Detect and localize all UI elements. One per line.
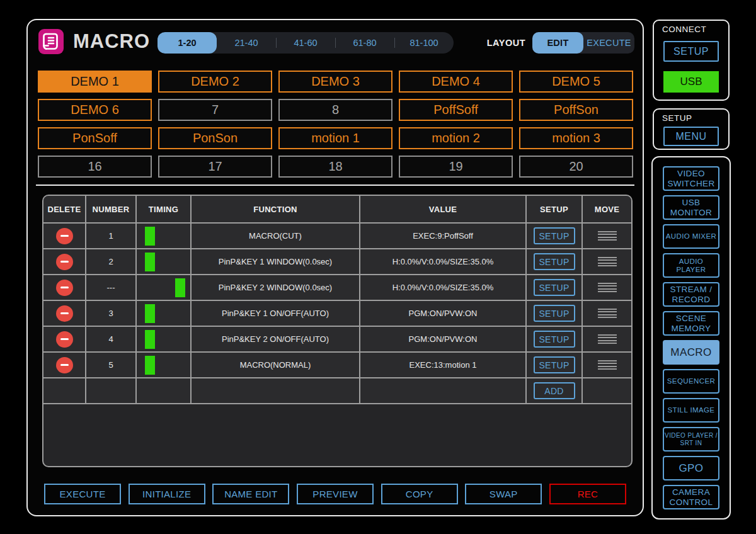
macro-button-motion-2[interactable]: motion 2 — [399, 127, 513, 149]
delete-button[interactable] — [56, 228, 73, 244]
menu-button[interactable]: MENU — [663, 127, 719, 146]
table-row: 2 PinP&KEY 1 WINDOW(0.0sec) H:0.0%/V:0.0… — [43, 249, 631, 274]
add-cell: ADD — [527, 378, 581, 403]
minus-icon — [60, 287, 69, 288]
macro-button-motion-1[interactable]: motion 1 — [278, 127, 392, 149]
usb-status-button[interactable]: USB — [663, 71, 719, 93]
tab-81-100[interactable]: 81-100 — [394, 32, 454, 54]
macro-button-ponson[interactable]: PonSon — [158, 127, 272, 149]
timing-indicator[interactable] — [145, 304, 155, 323]
tab-41-60[interactable]: 41-60 — [276, 32, 335, 54]
sidebar-item-camera-control[interactable]: CAMERA CONTROL — [663, 485, 719, 509]
macro-button-poffsoff[interactable]: PoffSoff — [399, 99, 513, 121]
timing-indicator[interactable] — [145, 330, 155, 349]
value-cell: H:0.0%/V:0.0%/SIZE:35.0% — [360, 249, 525, 274]
copy-button[interactable]: COPY — [381, 484, 458, 504]
macro-button-demo-3[interactable]: DEMO 3 — [278, 71, 392, 93]
timing-indicator[interactable] — [145, 227, 155, 246]
layout-mode-edit[interactable]: EDIT — [532, 32, 583, 54]
sidebar-item-video-switcher[interactable]: VIDEO SWITCHER — [663, 166, 719, 191]
preview-button[interactable]: PREVIEW — [297, 484, 374, 504]
delete-button[interactable] — [56, 305, 73, 322]
delete-button[interactable] — [56, 254, 73, 270]
function-cell: MACRO(CUT) — [192, 224, 359, 248]
drag-handle-icon[interactable] — [598, 358, 617, 372]
name-edit-button[interactable]: NAME EDIT — [212, 484, 289, 504]
macro-button-demo-2[interactable]: DEMO 2 — [158, 71, 272, 93]
sidebar-item-gpo[interactable]: GPO — [663, 456, 719, 480]
timing-indicator[interactable] — [175, 278, 185, 297]
minus-icon — [60, 312, 69, 314]
minus-icon — [60, 338, 69, 340]
move-cell — [583, 275, 631, 300]
drag-handle-icon[interactable] — [598, 229, 617, 242]
rec-button[interactable]: REC — [549, 484, 626, 504]
sidebar-item-still-image[interactable]: STILL IMAGE — [663, 398, 719, 423]
macro-button-demo-1[interactable]: DEMO 1 — [38, 71, 152, 93]
sidebar-item-video-player-srt-in[interactable]: VIDEO PLAYER / SRT IN — [663, 427, 719, 452]
function-cell: PinP&KEY 1 WINDOW(0.0sec) — [192, 249, 359, 274]
drag-handle-icon[interactable] — [598, 281, 617, 294]
macro-button-20[interactable]: 20 — [519, 156, 633, 178]
macro-button-motion-3[interactable]: motion 3 — [519, 127, 633, 149]
macro-button-demo-4[interactable]: DEMO 4 — [399, 71, 513, 93]
table-row: 5 MACRO(NORMAL) EXEC:13:motion 1 SETUP — [43, 353, 631, 377]
timing-indicator[interactable] — [145, 356, 155, 375]
macro-button-8[interactable]: 8 — [278, 99, 392, 121]
timing-indicator[interactable] — [145, 253, 155, 271]
setup-cell: SETUP — [527, 275, 581, 300]
macro-button-19[interactable]: 19 — [399, 156, 513, 178]
macro-button-demo-5[interactable]: DEMO 5 — [519, 71, 633, 93]
initialize-button[interactable]: INITIALIZE — [129, 484, 205, 504]
sidebar-item-stream-record[interactable]: STREAM / RECORD — [663, 282, 719, 307]
drag-handle-icon[interactable] — [598, 332, 617, 346]
number-cell: --- — [86, 275, 135, 300]
delete-button[interactable] — [56, 280, 73, 296]
sidebar-item-macro[interactable]: MACRO — [663, 340, 719, 365]
sidebar-item-audio-mixer[interactable]: AUDIO MIXER — [663, 224, 719, 249]
sidebar-item-usb-monitor[interactable]: USB MONITOR — [663, 195, 719, 220]
layout-mode-execute[interactable]: EXECUTE — [583, 32, 634, 54]
move-cell — [583, 224, 631, 248]
macro-button-7[interactable]: 7 — [158, 99, 272, 121]
sidebar-item-audio-player[interactable]: AUDIO PLAYER — [663, 253, 719, 278]
tab-61-80[interactable]: 61-80 — [335, 32, 394, 54]
column-header-setup: SETUP — [527, 196, 581, 222]
macro-button-demo-6[interactable]: DEMO 6 — [38, 99, 152, 121]
drag-handle-icon[interactable] — [598, 307, 617, 320]
add-step-button[interactable]: ADD — [534, 382, 575, 399]
delete-cell — [43, 224, 85, 248]
macro-button-poffson[interactable]: PoffSon — [519, 99, 633, 121]
sidebar-item-scene-memory[interactable]: SCENE MEMORY — [663, 311, 719, 336]
setup-button[interactable]: SETUP — [534, 331, 575, 348]
table-header-row: DELETENUMBERTIMINGFUNCTIONVALUESETUPMOVE — [43, 196, 631, 222]
setup-button[interactable]: SETUP — [534, 356, 575, 373]
delete-cell — [43, 275, 85, 300]
function-cell: PinP&KEY 2 WINDOW(0.0sec) — [192, 275, 359, 300]
macro-step-panel: DELETENUMBERTIMINGFUNCTIONVALUESETUPMOVE… — [42, 195, 633, 467]
swap-button[interactable]: SWAP — [465, 484, 542, 504]
sidebar-item-sequencer[interactable]: SEQUENCER — [663, 369, 719, 394]
number-cell — [86, 378, 135, 403]
setup-button[interactable]: SETUP — [534, 279, 575, 296]
function-cell: PinP&KEY 2 ON/OFF(AUTO) — [192, 327, 359, 351]
delete-button[interactable] — [56, 331, 73, 348]
drag-handle-icon[interactable] — [598, 255, 617, 268]
value-cell — [360, 378, 525, 403]
value-cell: H:0.0%/V:0.0%/SIZE:35.0% — [360, 275, 525, 300]
macro-bank-tab-bar: 1-2021-4041-6061-8081-100 — [158, 32, 454, 54]
macro-button-16[interactable]: 16 — [38, 156, 152, 178]
macro-button-18[interactable]: 18 — [278, 156, 392, 178]
macro-main-panel: MACRO 1-2021-4041-6061-8081-100 LAYOUT E… — [26, 19, 644, 516]
setup-button[interactable]: SETUP — [534, 305, 575, 322]
macro-button-ponsoff[interactable]: PonSoff — [38, 127, 152, 149]
connect-setup-button[interactable]: SETUP — [663, 41, 719, 62]
macro-button-17[interactable]: 17 — [158, 156, 272, 178]
move-cell — [583, 301, 631, 326]
delete-button[interactable] — [56, 357, 73, 373]
setup-button[interactable]: SETUP — [534, 227, 575, 244]
setup-button[interactable]: SETUP — [534, 253, 575, 270]
tab-1-20[interactable]: 1-20 — [158, 32, 217, 54]
tab-21-40[interactable]: 21-40 — [217, 32, 276, 54]
execute-button[interactable]: EXECUTE — [44, 484, 121, 504]
